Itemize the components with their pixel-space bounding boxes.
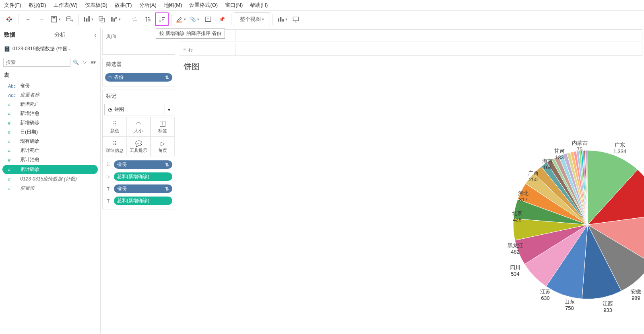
- svg-text:+: +: [71, 18, 73, 23]
- field-measure-values[interactable]: #度量值: [0, 184, 100, 193]
- columns-shelf[interactable]: iii列: [179, 29, 642, 41]
- svg-rect-18: [114, 18, 115, 22]
- svg-rect-21: [148, 20, 151, 21]
- pie-label: 山东758: [564, 299, 575, 312]
- tables-header: 表: [0, 69, 100, 81]
- svg-rect-19: [148, 17, 149, 18]
- tooltip: 按 新增确诊 的降序排序 省份: [156, 29, 225, 39]
- label-mark-icon: T: [105, 186, 111, 191]
- field-province[interactable]: Abc省份: [0, 81, 100, 90]
- viz-title[interactable]: 饼图: [177, 57, 644, 76]
- angle-mark-icon: ▷: [105, 174, 111, 179]
- collapse-icon[interactable]: ‹: [94, 32, 96, 38]
- back-icon[interactable]: ←: [21, 12, 35, 26]
- field-new-cured[interactable]: #新增治愈: [0, 109, 100, 118]
- menu-map[interactable]: 地图(M): [164, 2, 182, 9]
- menu-dashboard[interactable]: 仪表板(B): [85, 2, 107, 9]
- duplicate-icon[interactable]: [95, 12, 109, 26]
- menu-data[interactable]: 数据(D): [29, 2, 46, 9]
- pie-label: 内蒙古75: [572, 140, 588, 153]
- color-icon: ⠿: [104, 120, 126, 128]
- label-icon: 🅃: [152, 120, 173, 128]
- sort-icon: ⇅: [165, 186, 169, 192]
- fit-dropdown[interactable]: 整个视图: [234, 12, 270, 26]
- menu-file[interactable]: 文件(F): [4, 2, 21, 9]
- swap-icon[interactable]: [128, 12, 141, 26]
- pie-label: 黑龙江482: [508, 242, 523, 256]
- field-measure-names[interactable]: Abc度量名称: [0, 90, 100, 100]
- marks-card: 标记 ◔饼图 ▾ ⠿颜色 ◠大小 🅃标签 ⠿详细信息 💬工具提示 ▷角度 ⠿省份…: [102, 90, 175, 209]
- svg-rect-3: [8, 21, 10, 22]
- presentation-icon[interactable]: [289, 12, 303, 26]
- menu-format[interactable]: 设置格式(O): [189, 2, 218, 9]
- filter-pill-province[interactable]: ◻ 省份 ⇅: [105, 73, 172, 82]
- field-new-deaths[interactable]: #新增死亡: [0, 100, 100, 109]
- pie-label: 河北317: [518, 190, 528, 203]
- marks-label[interactable]: 🅃标签: [151, 117, 175, 137]
- label-mark-icon: T: [105, 199, 111, 203]
- menu-worksheet[interactable]: 工作表(W): [54, 2, 78, 9]
- canvas: iii列 ≡行 饼图 广东1,334河南1,268浙江1,221湖南1,014安…: [177, 28, 644, 334]
- database-icon: 🗄️: [4, 46, 10, 52]
- pie-label: 海南164: [542, 158, 553, 171]
- show-me-icon[interactable]: [275, 12, 289, 26]
- field-existing-confirmed[interactable]: #现有确诊: [0, 137, 100, 146]
- pill-label-province[interactable]: 省份⇅: [114, 184, 172, 193]
- save-icon[interactable]: [49, 12, 62, 26]
- pin-icon[interactable]: 📌: [215, 12, 229, 26]
- menu-help[interactable]: 帮助(H): [250, 2, 268, 9]
- group-icon[interactable]: 📎: [188, 12, 201, 26]
- field-date[interactable]: #日(日期): [0, 127, 100, 137]
- pie-label: 四川534: [510, 264, 520, 278]
- highlight-icon[interactable]: [174, 12, 188, 26]
- tableau-logo-icon[interactable]: [2, 12, 16, 26]
- tab-analysis[interactable]: 分析‹: [50, 28, 101, 42]
- angle-icon: ▷: [152, 139, 173, 148]
- svg-rect-31: [293, 17, 299, 20]
- marks-color[interactable]: ⠿颜色: [103, 117, 127, 137]
- toolbar: ← → + 按 新增确诊 的降序排序 省份 📎 T 📌 整个视图: [0, 10, 644, 28]
- new-worksheet-icon[interactable]: [81, 12, 95, 26]
- filter-icon[interactable]: ▽: [81, 59, 88, 66]
- mark-type-select[interactable]: ◔饼图 ▾: [104, 104, 173, 115]
- svg-rect-24: [162, 20, 163, 21]
- marks-angle[interactable]: ▷角度: [151, 137, 175, 156]
- view-icon[interactable]: ≡▾: [90, 59, 97, 66]
- pie-label: 安徽989: [631, 289, 641, 302]
- tab-data[interactable]: 数据: [0, 28, 50, 42]
- datasource-item[interactable]: 🗄️ 0123-0315疫情数据 (中国...: [0, 42, 100, 55]
- data-pane: 数据 分析‹ 🗄️ 0123-0315疫情数据 (中国... 🔍 ▽ ≡▾ 表 …: [0, 28, 101, 334]
- new-datasource-icon[interactable]: +: [62, 12, 76, 26]
- field-cum-deaths[interactable]: #累计死亡: [0, 146, 100, 155]
- forward-icon[interactable]: →: [35, 12, 49, 26]
- sort-desc-icon[interactable]: 按 新增确诊 的降序排序 省份: [155, 12, 169, 26]
- field-count[interactable]: #0123-0315疫情数据 (计数): [0, 174, 100, 184]
- svg-rect-28: [278, 18, 279, 22]
- pill-angle-sum[interactable]: 总和(新增确诊): [114, 172, 172, 181]
- clear-icon[interactable]: [109, 12, 122, 26]
- svg-rect-29: [280, 17, 281, 21]
- field-cum-confirmed[interactable]: #累计确诊: [2, 165, 98, 174]
- pie-chart[interactable]: 广东1,334河南1,268浙江1,221湖南1,014安徽989江西933山东…: [177, 76, 644, 334]
- filters-card: 筛选器 ◻ 省份 ⇅: [102, 58, 175, 86]
- rows-shelf[interactable]: ≡行: [179, 44, 642, 56]
- pill-label-sum[interactable]: 总和(新增确诊): [114, 197, 172, 205]
- search-icon[interactable]: 🔍: [72, 59, 79, 66]
- cards-pane: 页面 筛选器 ◻ 省份 ⇅ 标记 ◔饼图 ▾ ⠿颜色: [101, 28, 177, 334]
- svg-rect-7: [11, 18, 12, 20]
- detail-icon: ⠿: [104, 139, 126, 148]
- search-input[interactable]: [3, 58, 70, 67]
- marks-size[interactable]: ◠大小: [127, 117, 151, 137]
- marks-tooltip[interactable]: 💬工具提示: [127, 137, 151, 156]
- pie-label: 甘肃133: [554, 148, 565, 161]
- menu-window[interactable]: 窗口(N): [225, 2, 243, 9]
- field-cum-cured[interactable]: #累计治愈: [0, 155, 100, 164]
- pill-color-province[interactable]: 省份⇅: [114, 160, 172, 169]
- marks-detail[interactable]: ⠿详细信息: [103, 137, 127, 156]
- size-icon: ◠: [128, 120, 150, 128]
- menu-story[interactable]: 故事(T): [115, 2, 132, 9]
- labels-icon[interactable]: T: [201, 12, 215, 26]
- sort-asc-icon[interactable]: [141, 12, 155, 26]
- field-new-confirmed[interactable]: #新增确诊: [0, 118, 100, 127]
- menu-analysis[interactable]: 分析(A): [139, 2, 157, 9]
